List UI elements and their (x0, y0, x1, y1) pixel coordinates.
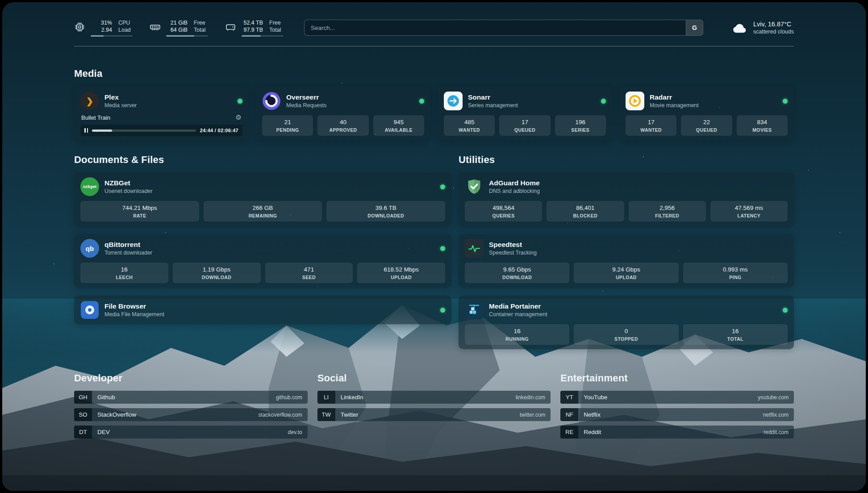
card-titles: Radarr Movie management (650, 93, 699, 109)
stat-value: 16 (467, 327, 568, 335)
card-header: Plex Media server (80, 91, 242, 111)
memory-free-value: 21 GiB (166, 19, 188, 26)
stat-value: 16 (685, 327, 786, 335)
bookmark-url: reddit.com (764, 429, 789, 435)
bookmarks-column-social: Social LI LinkedIn linkedin.com TW Twitt… (317, 372, 551, 439)
bookmark-name: Reddit (584, 429, 601, 435)
bookmark-github[interactable]: GH Github github.com (74, 391, 308, 404)
status-dot (783, 308, 788, 313)
plex-playback-time: 24:44 / 02:06:47 (200, 128, 238, 133)
cpu-widget: 31%CPU 2.94Load (74, 19, 133, 37)
page-content: 31%CPU 2.94Load 21 GiBFree 64 GiBTotal (74, 2, 794, 439)
top-bar: 31%CPU 2.94Load 21 GiBFree 64 GiBTotal (74, 17, 794, 38)
bookmark-reddit[interactable]: RE Reddit reddit.com (560, 426, 794, 439)
cpu-usage-value: 31% (91, 19, 112, 26)
bookmark-abbr: YT (560, 391, 578, 404)
stat-label: STOPPED (576, 336, 676, 342)
stat-label: DOWNLOAD (175, 275, 259, 280)
bookmark-netflix[interactable]: NF Netflix netflix.com (560, 408, 794, 421)
plex-progress-bar[interactable] (92, 130, 196, 132)
stat-box: 86,401BLOCKED (547, 201, 624, 221)
search-bar[interactable]: G (304, 20, 703, 36)
stat-box: 744.21 MbpsRATE (80, 201, 199, 221)
stat-label: REMAINING (205, 213, 321, 218)
utilities-column: Utilities (459, 154, 794, 349)
memory-total-value: 64 GiB (166, 26, 188, 33)
service-card-adguard[interactable]: AdGuard Home DNS and adblocking 498,564Q… (459, 172, 794, 226)
section-heading-documents: Documents & Files (74, 154, 451, 166)
search-provider-button[interactable]: G (686, 20, 703, 35)
service-card-sonarr[interactable]: Sonarr Series management 485WANTED 17QUE… (438, 87, 612, 141)
stat-label: UPLOAD (359, 275, 443, 280)
service-card-radarr[interactable]: Radarr Movie management 17WANTED 22QUEUE… (619, 87, 794, 141)
pause-icon[interactable] (84, 128, 88, 133)
stat-value: 40 (319, 118, 367, 126)
service-subtitle: DNS and adblocking (489, 188, 540, 195)
utilities-card-stack: AdGuard Home DNS and adblocking 498,564Q… (459, 172, 794, 349)
stat-value: 22 (683, 118, 730, 126)
service-card-nzbget[interactable]: nzbget NZBGet Usenet downloader 744.21 M… (74, 172, 451, 226)
bookmark-twitter[interactable]: TW Twitter twitter.com (317, 408, 551, 421)
card-header: Media Portainer Container management (465, 300, 788, 320)
plex-player-bar: 24:44 / 02:06:47 (80, 125, 242, 136)
stats-row: 498,564QUERIES 86,401BLOCKED 2,956FILTER… (465, 201, 788, 221)
memory-widget: 21 GiBFree 64 GiBTotal (150, 19, 208, 37)
stat-label: LATENCY (712, 213, 786, 218)
stat-box: 17WANTED (626, 115, 676, 136)
stats-row: 16LEECH 1.19 GbpsDOWNLOAD 471SEED 618.52… (80, 263, 445, 283)
bookmark-abbr: DT (74, 426, 92, 439)
bookmarks-column-developer: Developer GH Github github.com SO StackO… (74, 372, 308, 439)
stat-label: QUERIES (467, 213, 540, 218)
section-heading-media: Media (74, 68, 794, 79)
service-card-overseerr[interactable]: Overseerr Media Requests 21PENDING 40APP… (256, 87, 430, 141)
stat-value: 21 (264, 118, 311, 126)
disk-icon (225, 21, 236, 33)
service-card-filebrowser[interactable]: File Browser Media File Management (74, 296, 451, 324)
service-subtitle: Usenet downloader (104, 188, 153, 195)
bookmark-abbr: GH (74, 391, 92, 404)
gear-icon[interactable] (236, 113, 242, 121)
service-card-qbittorrent[interactable]: qb qBittorrent Torrent downloader 16LEEC… (74, 234, 451, 288)
bookmark-youtube[interactable]: YT YouTube youtube.com (560, 391, 794, 404)
weather-text: Lviv, 16.87°C scattered clouds (753, 20, 794, 35)
status-dot (238, 99, 242, 104)
plex-progress-fill (92, 130, 112, 132)
memory-free-label: Free (194, 19, 208, 26)
search-input[interactable] (305, 20, 686, 35)
service-title: Sonarr (468, 93, 518, 101)
stat-value: 17 (627, 118, 675, 126)
stat-box: 485WANTED (444, 115, 495, 136)
cloud-icon (732, 21, 748, 34)
header-divider (74, 46, 794, 46)
speedtest-icon (465, 239, 484, 258)
plex-now-playing-title: Bullet Train (81, 114, 110, 121)
cpu-usage-label: CPU (118, 19, 133, 26)
bookmark-name: Netflix (584, 411, 601, 418)
service-card-portainer[interactable]: Media Portainer Container management 16R… (459, 296, 794, 349)
service-card-speedtest[interactable]: Speedtest Speedtest Tracking 9.65 GbpsDO… (459, 234, 794, 288)
service-subtitle: Media File Management (104, 311, 164, 318)
qbittorrent-icon-text: qb (86, 245, 94, 252)
card-titles: Overseerr Media Requests (286, 93, 326, 109)
stat-box: 618.52 MbpsUPLOAD (357, 263, 445, 283)
bookmark-dev[interactable]: DT DEV dev.to (74, 426, 308, 439)
stat-box: 266 GBREMAINING (204, 201, 322, 221)
bookmark-stackoverflow[interactable]: SO StackOverflow stackoverflow.com (74, 408, 308, 421)
stat-box: 40APPROVED (317, 115, 368, 136)
stat-box: 945AVAILABLE (373, 115, 424, 136)
service-card-plex[interactable]: Plex Media server Bullet Train 24:44 / 0… (74, 87, 249, 141)
stat-value: 834 (739, 118, 786, 126)
service-title: Speedtest (489, 240, 537, 249)
card-titles: NZBGet Usenet downloader (104, 179, 153, 195)
stats-row: 16RUNNING 0STOPPED 16TOTAL (465, 324, 788, 345)
plex-now-playing-row: Bullet Train (81, 113, 242, 121)
memory-usage-bar (166, 35, 208, 37)
card-titles: Plex Media server (104, 93, 137, 109)
stat-box: 498,564QUERIES (465, 201, 542, 221)
dashboard-frame: 31%CPU 2.94Load 21 GiBFree 64 GiBTotal (2, 2, 866, 491)
status-dot (783, 99, 788, 104)
card-titles: Media Portainer Container management (489, 302, 547, 318)
bookmark-rows: LI LinkedIn linkedin.com TW Twitter twit… (317, 391, 551, 421)
background-snow-specks (2, 2, 3, 3)
bookmark-linkedin[interactable]: LI LinkedIn linkedin.com (317, 391, 551, 404)
